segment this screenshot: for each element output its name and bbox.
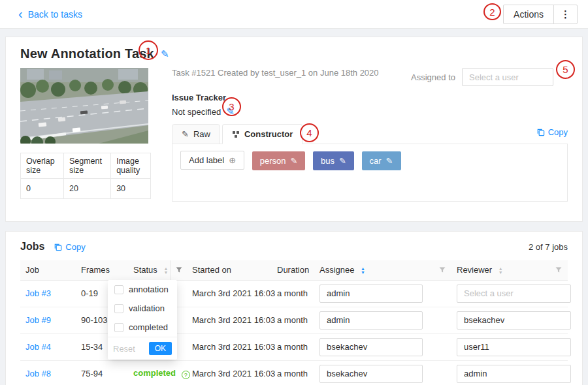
- edit-label-icon[interactable]: ✎: [339, 156, 346, 166]
- col-started-on: Started on: [187, 260, 272, 280]
- question-circle-icon[interactable]: ?: [182, 371, 190, 379]
- task-assignee-select[interactable]: [462, 68, 553, 86]
- started-value: March 3rd 2021 16:03: [192, 288, 275, 298]
- filter-funnel-icon: [555, 266, 563, 274]
- actions-button[interactable]: Actions: [503, 5, 554, 24]
- callout-1: 1: [139, 40, 158, 60]
- status-filter-button[interactable]: [170, 260, 187, 280]
- jobs-card: Jobs Copy 2 of 7 jobs Job Frames Status …: [5, 231, 583, 385]
- checkbox-completed[interactable]: [114, 323, 123, 332]
- duration-value: a month: [277, 288, 308, 298]
- duration-value: a month: [277, 342, 308, 352]
- copy-jobs-link[interactable]: Copy: [54, 242, 85, 252]
- status-sort-button[interactable]: ▲ ▼: [163, 267, 168, 275]
- frames-value: 90-103: [81, 315, 107, 325]
- duration-value: a month: [277, 315, 308, 325]
- job-assignee-select[interactable]: [319, 311, 423, 330]
- constructor-icon: [232, 131, 240, 138]
- jobs-count: 2 of 7 jobs: [529, 242, 568, 252]
- copy-labels-label: Copy: [548, 127, 568, 137]
- job-assignee-select[interactable]: [319, 285, 423, 303]
- task-details-card: New Annotation Task ✎: [5, 37, 583, 222]
- job-row: Job #4 15-34 March 3rd 2021 16:03 a mont…: [20, 333, 568, 360]
- job-link[interactable]: Job #4: [25, 342, 51, 352]
- label-chip-car[interactable]: car ✎: [362, 151, 401, 170]
- col-status: Status ▲ ▼: [128, 260, 187, 280]
- callout-3: 3: [222, 97, 241, 116]
- copy-jobs-label: Copy: [65, 242, 85, 252]
- tab-constructor[interactable]: Constructor: [222, 124, 302, 144]
- filter-option-completed[interactable]: completed: [108, 318, 177, 337]
- checkbox-annotation[interactable]: [114, 285, 123, 294]
- job-reviewer-select[interactable]: [457, 311, 571, 330]
- param-value-quality: 30: [111, 179, 151, 199]
- sort-down-icon: ▼: [163, 271, 168, 275]
- pencil-icon: ✎: [182, 129, 189, 139]
- jobs-table-header-row: Job Frames Status ▲ ▼ Started on Durati: [20, 260, 568, 280]
- frames-value: 0-19: [81, 288, 98, 298]
- filter-option-label: completed: [129, 322, 168, 332]
- job-link[interactable]: Job #8: [25, 369, 51, 378]
- job-row: Job #8 75-94 completed ? March 3rd 2021 …: [20, 360, 568, 385]
- filter-option-label: annotation: [129, 285, 169, 294]
- duration-value: a month: [277, 369, 308, 378]
- edit-label-icon[interactable]: ✎: [291, 156, 298, 166]
- param-header-overlap: Overlap size: [21, 153, 64, 179]
- label-chip-bus[interactable]: bus ✎: [313, 151, 354, 170]
- task-title: New Annotation Task: [20, 46, 154, 61]
- more-menu-button[interactable]: ⋮: [553, 5, 578, 24]
- labels-tabs-bar: ✎ Raw Constructor: [172, 124, 568, 144]
- reviewer-sort-button[interactable]: ▲ ▼: [498, 267, 503, 275]
- started-value: March 3rd 2021 16:03: [192, 369, 275, 378]
- job-reviewer-select[interactable]: [457, 285, 571, 303]
- assignee-sort-button[interactable]: ▲ ▼: [361, 267, 365, 275]
- status-filter-dropdown: annotation validation completed Reset OK: [108, 280, 177, 360]
- edit-task-name-icon[interactable]: ✎: [161, 48, 169, 60]
- label-chip-person[interactable]: person ✎: [252, 151, 306, 170]
- filter-funnel-icon: [175, 266, 183, 274]
- col-frames: Frames: [76, 260, 128, 280]
- filter-option-label: validation: [129, 303, 165, 313]
- tab-constructor-label: Constructor: [244, 129, 293, 139]
- job-row: Job #9 90-103 March 3rd 2021 16:03 a mon…: [20, 307, 568, 333]
- copy-labels-link[interactable]: Copy: [536, 127, 568, 141]
- task-params-table: Overlap size Segment size Image quality …: [20, 153, 151, 199]
- chevron-left-icon: ‹: [18, 7, 23, 20]
- task-right-column: Task #1521 Created by test_user_1 on Jun…: [172, 68, 568, 202]
- filter-reset-button[interactable]: Reset: [113, 344, 135, 354]
- checkbox-validation[interactable]: [114, 304, 123, 313]
- job-reviewer-select[interactable]: [457, 365, 571, 383]
- sort-down-icon: ▼: [361, 271, 365, 275]
- assignee-filter-button[interactable]: [438, 266, 446, 274]
- task-preview-image: [20, 68, 148, 144]
- param-value-overlap: 0: [21, 179, 64, 199]
- jobs-table: Job Frames Status ▲ ▼ Started on Durati: [20, 260, 568, 385]
- back-to-tasks-link[interactable]: ‹ Back to tasks: [18, 8, 82, 20]
- assigned-to-label: Assigned to: [411, 72, 455, 82]
- job-link[interactable]: Job #9: [25, 315, 51, 325]
- status-value: completed: [133, 368, 176, 378]
- jobs-title: Jobs: [20, 241, 44, 253]
- filter-option-annotation[interactable]: annotation: [108, 280, 177, 299]
- filter-funnel-icon: [438, 266, 446, 274]
- tab-raw[interactable]: ✎ Raw: [172, 124, 220, 144]
- label-name: person: [260, 156, 286, 166]
- sort-down-icon: ▼: [498, 271, 503, 275]
- filter-footer: Reset OK: [108, 337, 177, 360]
- filter-ok-button[interactable]: OK: [149, 342, 172, 355]
- add-label-button[interactable]: Add label ⊕: [180, 151, 244, 170]
- filter-option-validation[interactable]: validation: [108, 299, 177, 318]
- edit-label-icon[interactable]: ✎: [386, 156, 393, 166]
- job-assignee-select[interactable]: [319, 338, 423, 356]
- started-value: March 3rd 2021 16:03: [192, 315, 275, 325]
- reviewer-filter-button[interactable]: [555, 266, 563, 274]
- add-label-text: Add label: [189, 155, 224, 165]
- col-duration: Duration: [272, 260, 314, 280]
- jobs-header: Jobs Copy 2 of 7 jobs: [20, 241, 568, 253]
- job-assignee-select[interactable]: [319, 365, 423, 383]
- tab-raw-label: Raw: [193, 129, 210, 139]
- callout-2: 2: [483, 3, 501, 20]
- job-link[interactable]: Job #3: [25, 288, 51, 298]
- job-row: Job #3 0-19 March 3rd 2021 16:03 a month: [20, 280, 568, 307]
- job-reviewer-select[interactable]: [457, 338, 571, 356]
